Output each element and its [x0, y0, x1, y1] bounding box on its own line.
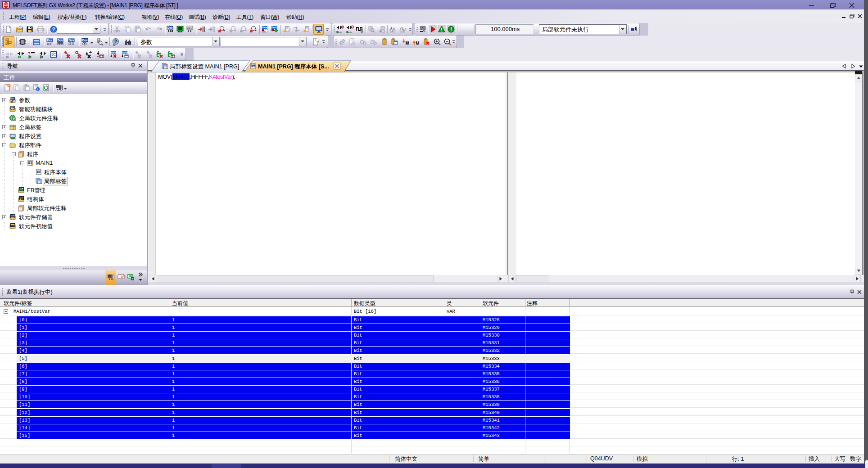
svg-text:Dev: Dev — [47, 39, 53, 42]
svg-text:Dev: Dev — [271, 26, 277, 29]
svg-text:Dev: Dev — [167, 26, 173, 29]
svg-text:Dev: Dev — [122, 51, 127, 54]
svg-text:HEX: HEX — [187, 27, 192, 30]
svg-text:Dev: Dev — [82, 39, 88, 42]
svg-text:?: ? — [52, 27, 55, 32]
svg-text:Dev: Dev — [262, 26, 267, 29]
svg-text:ST: ST — [37, 171, 41, 173]
svg-text:i: i — [37, 88, 38, 91]
svg-text:Dev: Dev — [58, 39, 63, 42]
svg-text:?: ? — [114, 39, 117, 44]
svg-text:Dev: Dev — [111, 51, 116, 54]
svg-text:Dev: Dev — [69, 39, 74, 42]
svg-text:ST: ST — [28, 161, 32, 164]
svg-text:ST: ST — [251, 65, 255, 68]
